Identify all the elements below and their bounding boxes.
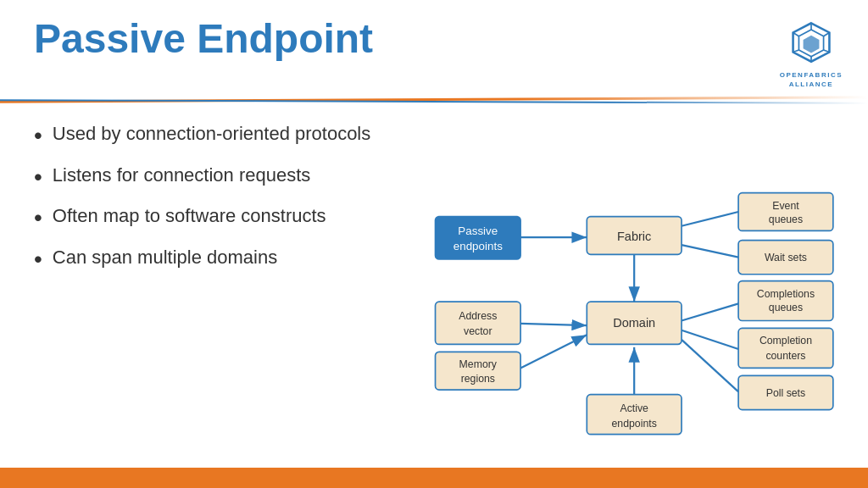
svg-text:Domain: Domain	[613, 317, 655, 330]
svg-line-13	[682, 246, 738, 258]
list-item: • Listens for connection requests	[34, 164, 390, 192]
svg-line-16	[520, 336, 587, 369]
svg-rect-31	[436, 302, 521, 345]
bullet-text: Often map to software constructs	[53, 204, 326, 229]
svg-text:Address: Address	[459, 311, 497, 323]
svg-rect-21	[436, 217, 521, 259]
svg-text:Poll sets: Poll sets	[766, 387, 805, 399]
diagram: Passive endpoints Fabric Event queues Wa…	[407, 118, 843, 467]
svg-text:Completions: Completions	[757, 288, 815, 300]
svg-line-12	[682, 212, 738, 226]
svg-text:Memory: Memory	[459, 359, 498, 371]
logo-text: OPENFABRICS ALLIANCE	[780, 70, 843, 89]
divider	[0, 97, 868, 103]
svg-text:Fabric: Fabric	[617, 230, 651, 243]
header: Passive Endpoint OPENFABRICS ALLIANCE	[0, 0, 868, 97]
svg-text:counters: counters	[765, 351, 805, 363]
list-item: • Often map to software constructs	[34, 204, 390, 233]
svg-text:queues: queues	[769, 302, 803, 314]
bullet-dot: •	[34, 162, 42, 192]
svg-text:endpoints: endpoints	[612, 418, 657, 430]
logo: OPENFABRICS ALLIANCE	[780, 19, 843, 89]
svg-text:Completion: Completion	[760, 336, 812, 347]
bullet-list: • Used by connection-oriented protocols …	[34, 118, 390, 467]
bullet-dot: •	[34, 120, 42, 151]
svg-text:endpoints: endpoints	[453, 240, 503, 252]
list-item: • Can span multiple domains	[34, 246, 390, 274]
bullet-text: Listens for connection requests	[53, 164, 311, 188]
bottom-bar	[0, 468, 868, 488]
diagram-svg: Passive endpoints Fabric Event queues Wa…	[407, 118, 843, 467]
svg-marker-2	[803, 36, 819, 53]
svg-line-15	[520, 324, 587, 325]
svg-text:regions: regions	[461, 374, 495, 385]
main-content: • Used by connection-oriented protocols …	[0, 109, 868, 475]
logo-icon	[786, 19, 837, 70]
bullet-dot: •	[34, 244, 42, 274]
svg-line-17	[682, 304, 738, 321]
svg-text:vector: vector	[464, 326, 492, 338]
list-item: • Used by connection-oriented protocols	[34, 122, 390, 151]
svg-text:Wait sets: Wait sets	[765, 252, 807, 264]
svg-text:Passive: Passive	[458, 225, 498, 237]
svg-text:Event: Event	[772, 200, 799, 212]
svg-text:Active: Active	[620, 402, 648, 414]
page-title: Passive Endpoint	[34, 15, 373, 62]
svg-line-19	[682, 340, 738, 391]
bullet-text: Used by connection-oriented protocols	[53, 122, 370, 147]
bullet-text: Can span multiple domains	[53, 246, 277, 270]
bullet-dot: •	[34, 202, 42, 233]
svg-text:queues: queues	[769, 214, 803, 226]
